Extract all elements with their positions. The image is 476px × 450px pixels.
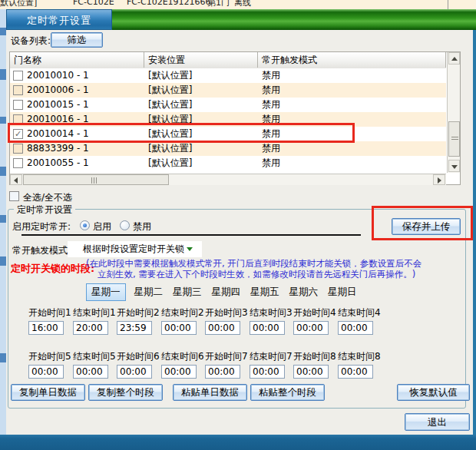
header-install-location[interactable]: 安装位置 — [144, 52, 258, 68]
table-row[interactable]: 20010055 - 1 [默认位置] 禁用 — [10, 156, 446, 170]
start-time-1-input[interactable] — [28, 321, 64, 335]
radio-enable-label[interactable]: 启用 — [93, 220, 111, 233]
radio-disable-label[interactable]: 禁用 — [133, 220, 151, 233]
time-label: 结束时间2 — [161, 306, 207, 319]
scroll-right-button[interactable] — [433, 174, 445, 185]
time-label: 结束时间6 — [161, 350, 207, 363]
thumb-grip-icon — [451, 137, 458, 141]
start-time-3-input[interactable] — [205, 321, 240, 335]
cell-door-name: 20010014 - 1 — [27, 127, 89, 141]
header-door-name[interactable]: 门名称 — [10, 52, 144, 68]
table-row[interactable]: 20010015 - 1 [默认位置] 禁用 — [10, 98, 446, 112]
time-label: 结束时间3 — [250, 306, 296, 319]
vertical-scroll-thumb[interactable] — [448, 121, 460, 157]
cell-door-name: 20010006 - 1 — [27, 83, 89, 98]
table-row[interactable]: 20010010 - 1 [默认位置] 禁用 — [10, 68, 446, 83]
table-row[interactable]: 20010006 - 1 [默认位置] 禁用 — [10, 83, 446, 98]
tab-timed-open-settings[interactable]: 定时常开设置 — [6, 9, 112, 30]
tab-monday[interactable]: 星期一 — [86, 283, 126, 301]
vertical-scrollbar[interactable] — [447, 52, 460, 173]
start-time-4-input[interactable] — [293, 321, 329, 335]
radio-enable[interactable] — [80, 220, 90, 230]
end-time-3-input[interactable] — [250, 321, 285, 335]
scroll-up-button[interactable] — [448, 52, 460, 65]
scroll-left-button[interactable] — [10, 174, 22, 185]
dialog-right-border — [473, 30, 476, 435]
exit-button[interactable]: 退出 — [405, 413, 470, 431]
bg-divider — [448, 0, 448, 9]
horizontal-scrollbar[interactable] — [10, 174, 446, 185]
background-window-strip: 默认位置] FC-C102E FC-C102E19121666 第1门 离线 — [0, 0, 476, 9]
cell-location: [默认位置] — [148, 127, 192, 141]
row-checkbox[interactable] — [13, 158, 23, 168]
cell-mode: 禁用 — [262, 127, 280, 141]
tab-bar-filler — [112, 9, 476, 30]
row-checkbox[interactable] — [13, 71, 23, 81]
dropdown-arrow-icon — [187, 247, 193, 251]
table-row[interactable]: 88833399 - 1 [默认位置] 禁用 — [10, 141, 446, 156]
copy-period-button[interactable]: 复制整个时段 — [88, 384, 163, 401]
thumb-grip-icon — [91, 177, 98, 184]
horizontal-scroll-thumb[interactable] — [23, 174, 169, 185]
start-time-6-input[interactable] — [117, 365, 152, 379]
start-time-8-input[interactable] — [293, 365, 329, 379]
row-checkbox-checked[interactable]: ✓ — [13, 129, 23, 139]
row-checkbox[interactable] — [13, 85, 23, 95]
table-row-selected[interactable]: ✓ 20010014 - 1 [默认位置] 禁用 — [10, 127, 446, 141]
filter-button[interactable]: 筛选 — [51, 32, 103, 48]
cell-location: [默认位置] — [148, 68, 192, 83]
end-time-1-input[interactable] — [73, 321, 108, 335]
cell-door-name: 20010015 - 1 — [27, 98, 89, 112]
status-bar — [0, 435, 476, 450]
cell-location: [默认位置] — [148, 112, 192, 127]
cell-door-name: 20010010 - 1 — [27, 68, 89, 83]
scroll-down-button[interactable] — [448, 160, 460, 172]
radio-disable[interactable] — [120, 220, 130, 230]
end-time-2-input[interactable] — [161, 321, 197, 335]
row-checkbox[interactable] — [13, 114, 23, 124]
left-strip-segment — [0, 353, 6, 362]
select-all-checkbox[interactable] — [9, 191, 19, 201]
row-checkbox[interactable] — [13, 144, 23, 154]
end-time-6-input[interactable] — [161, 365, 197, 379]
end-time-5-input[interactable] — [73, 365, 108, 379]
tab-sunday[interactable]: 星期日 — [326, 284, 359, 300]
weekday-tabs: 星期一 星期二 星期三 星期四 星期五 星期六 星期日 — [86, 283, 359, 300]
save-upload-button[interactable]: 保存并上传 — [392, 218, 461, 235]
cell-door-name: 20010055 - 1 — [27, 156, 89, 170]
table-row[interactable]: 20010016 - 1 [默认位置] 禁用 — [10, 112, 446, 127]
tab-tuesday[interactable]: 星期二 — [133, 284, 165, 300]
period-label: 定时开关锁的时段: — [11, 262, 94, 276]
start-time-2-input[interactable] — [117, 321, 152, 335]
tab-friday[interactable]: 星期五 — [249, 284, 281, 300]
copy-day-button[interactable]: 复制单日数据 — [11, 384, 85, 401]
time-label: 开始时间5 — [28, 350, 74, 363]
end-time-4-input[interactable] — [338, 321, 373, 335]
paste-day-button[interactable]: 粘贴单日数据 — [173, 384, 247, 401]
tab-saturday[interactable]: 星期六 — [288, 284, 320, 300]
note-line-2: 立刻生效, 需要在进入下个时段时生效，如需修改时段请首先远程关门后再操作。) — [98, 269, 415, 280]
arrow-down-icon — [451, 165, 458, 169]
header-trigger-mode[interactable]: 常开触发模式 — [258, 52, 446, 68]
restore-defaults-button[interactable]: 恢复默认值 — [397, 384, 470, 401]
cell-mode: 禁用 — [262, 156, 280, 170]
end-time-8-input[interactable] — [338, 365, 373, 379]
cell-mode: 禁用 — [262, 68, 280, 83]
start-time-5-input[interactable] — [28, 365, 64, 379]
device-table: 门名称 安装位置 常开触发模式 20010010 - 1 [默认位置] 禁用 2… — [9, 51, 461, 185]
paste-period-button[interactable]: 粘贴整个时段 — [250, 384, 325, 401]
arrow-up-icon — [451, 57, 458, 61]
end-time-7-input[interactable] — [250, 365, 285, 379]
tab-wednesday[interactable]: 星期三 — [171, 284, 203, 300]
trigger-mode-label: 常开触发模式: — [12, 244, 71, 257]
time-label: 开始时间1 — [28, 306, 74, 319]
start-time-7-input[interactable] — [205, 365, 240, 379]
enable-timed-open-label: 启用定时常开: — [12, 220, 71, 233]
background-window-left-strip — [0, 9, 6, 435]
left-strip-segment — [0, 69, 6, 80]
row-checkbox[interactable] — [13, 100, 23, 110]
time-label: 开始时间2 — [117, 306, 163, 319]
cell-door-name: 20010016 - 1 — [27, 112, 89, 127]
tab-thursday[interactable]: 星期四 — [210, 284, 243, 300]
trigger-mode-dropdown[interactable]: 根据时段设置定时开关锁 — [68, 241, 202, 257]
